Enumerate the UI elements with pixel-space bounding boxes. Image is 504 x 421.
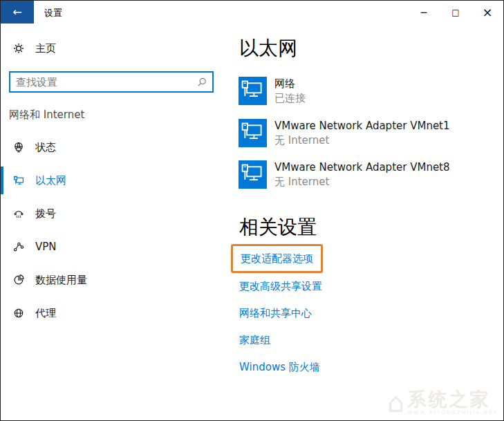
sidebar-item-label: 数据使用量 [35, 274, 87, 287]
highlight-box-change-adapter-options[interactable]: 更改适配器选项 [231, 244, 323, 273]
sidebar-item-home[interactable]: 主页 [1, 35, 229, 62]
settings-window: ← 设置 ─ □ × 主页 [0, 0, 504, 421]
sidebar-item-vpn[interactable]: VPN [1, 233, 229, 261]
close-icon: × [482, 5, 492, 19]
maximize-icon: □ [451, 8, 459, 17]
sidebar-item-status[interactable]: 状态 [1, 133, 229, 161]
dialup-phone-icon [12, 207, 25, 220]
back-button[interactable]: ← [1, 1, 34, 24]
gear-icon [12, 42, 25, 55]
link-windows-firewall[interactable]: Windows 防火墙 [239, 361, 320, 374]
watermark: ⌂ 系统之家 WWW.XITONGZHIJIA.NET [387, 389, 498, 416]
link-change-advanced-sharing[interactable]: 更改高级共享设置 [239, 280, 322, 293]
watermark-text: 系统之家 [407, 390, 490, 409]
sidebar-item-ethernet[interactable]: 以太网 [1, 167, 229, 194]
minimize-icon: ─ [421, 7, 427, 18]
minimize-button[interactable]: ─ [408, 1, 440, 24]
sidebar-item-label: 拨号 [35, 207, 56, 221]
search-box [9, 71, 214, 93]
ethernet-icon [12, 174, 25, 187]
network-item-connected[interactable]: 网络 已连接 [239, 77, 306, 106]
network-status-icon [12, 141, 25, 153]
proxy-globe-icon [12, 307, 25, 319]
link-network-sharing-center[interactable]: 网络和共享中心 [239, 307, 312, 320]
titlebar: ← 设置 ─ □ × [1, 1, 503, 24]
sidebar-item-label: 主页 [35, 42, 56, 55]
search-input[interactable] [10, 73, 192, 91]
sidebar-item-label: 以太网 [35, 174, 66, 187]
window-title: 设置 [44, 7, 62, 19]
network-status: 已连接 [274, 91, 306, 106]
related-settings-heading: 相关设置 [239, 214, 317, 241]
network-item-vmnet1[interactable]: VMware Network Adapter VMnet1 无 Internet [239, 119, 450, 148]
network-item-vmnet8[interactable]: VMware Network Adapter VMnet8 无 Internet [239, 160, 450, 189]
sidebar-item-label: VPN [35, 241, 57, 253]
window-controls: ─ □ × [408, 1, 503, 24]
house-logo-icon: ⌂ [387, 389, 404, 416]
network-name: VMware Network Adapter VMnet8 [274, 160, 450, 175]
network-name: 网络 [274, 77, 306, 91]
sidebar-item-proxy[interactable]: 代理 [1, 299, 229, 327]
watermark-subtext: WWW.XITONGZHIJIA.NET [407, 410, 498, 415]
sidebar-section-label: 网络和 Internet [9, 109, 84, 122]
link-homegroup[interactable]: 家庭组 [239, 334, 270, 347]
search-icon[interactable] [192, 73, 212, 91]
vpn-icon [12, 241, 25, 253]
page-title: 以太网 [239, 35, 297, 62]
network-name: VMware Network Adapter VMnet1 [274, 119, 450, 133]
network-status: 无 Internet [274, 175, 450, 189]
network-status: 无 Internet [274, 133, 450, 148]
sidebar-item-label: 状态 [35, 141, 56, 154]
maximize-button[interactable]: □ [440, 1, 472, 24]
back-arrow-icon: ← [12, 6, 21, 19]
ethernet-tile-icon [239, 160, 267, 189]
sidebar-item-data-usage[interactable]: 数据使用量 [1, 266, 229, 294]
ethernet-tile-icon [239, 77, 267, 105]
sidebar-item-label: 代理 [35, 307, 56, 320]
close-button[interactable]: × [472, 1, 503, 24]
link-change-adapter-options[interactable]: 更改适配器选项 [241, 252, 313, 265]
sidebar-item-dialup[interactable]: 拨号 [1, 200, 229, 227]
ethernet-tile-icon [239, 119, 267, 147]
data-usage-pie-icon [12, 274, 25, 286]
